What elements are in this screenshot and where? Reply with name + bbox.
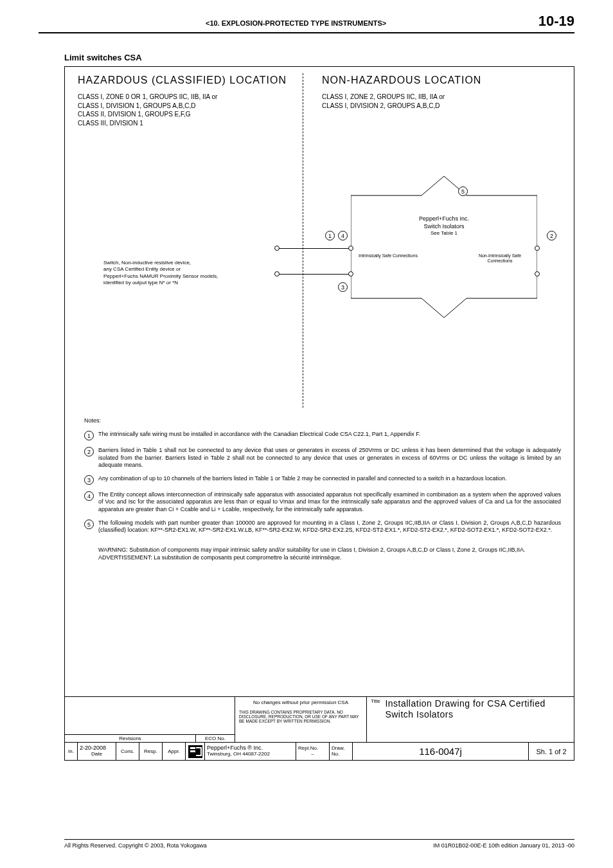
- revisions-label: Revisions: [65, 735, 196, 742]
- warning-block: WARNING: Substitution of components may …: [98, 547, 561, 561]
- in-label: In.: [67, 748, 75, 755]
- title-block: Revisions ECO No. No changes without pri…: [65, 696, 574, 760]
- terminal-icon: [274, 271, 280, 276]
- callout-4: 4: [338, 231, 348, 240]
- page-footer: All Rights Reserved. Copyright © 2003, R…: [64, 839, 574, 849]
- hazardous-column: HAZARDOUS (CLASSIFIED) LOCATION CLASS I,…: [78, 75, 296, 127]
- date-label: Date: [80, 751, 114, 757]
- note-5: 5 The following models with part number …: [84, 520, 561, 534]
- page-header: <10. EXPLOSION-PROTECTED TYPE INSTRUMENT…: [39, 13, 574, 33]
- title-block-row2: In. 2-20-2008 Date Cons. Resp. Appr.: [65, 742, 574, 760]
- eco-label: ECO No.: [196, 735, 235, 742]
- terminal-icon: [535, 271, 540, 276]
- section-title: Limit switches CSA: [39, 53, 574, 62]
- revisions-cell: Revisions ECO No.: [65, 697, 235, 742]
- wire: [277, 248, 349, 249]
- resp-label: Resp.: [141, 748, 160, 755]
- isolator-outline: [351, 176, 537, 318]
- hazardous-classes: CLASS I, ZONE 0 OR 1, GROUPS IIC, IIB, I…: [78, 93, 296, 127]
- footer-right: IM 01R01B02-00E-E 10th edition January 0…: [433, 842, 574, 849]
- callout-2: 2: [547, 231, 556, 240]
- note-1: 1 The intrinsically safe wiring must be …: [84, 431, 561, 440]
- draw-no-value: 116-0047j: [355, 746, 526, 757]
- company-addr: Twinsburg, OH 44087-2202: [207, 751, 294, 757]
- terminal-icon: [348, 246, 353, 251]
- note-3: 3 Any combination of up to 10 channels o…: [84, 475, 561, 485]
- nonhazardous-classes: CLASS I, ZONE 2, GROUPS IIC, IIB, IIA or…: [322, 93, 553, 110]
- isolator-text: Pepperl+Fuchs Inc. Switch Isolators See …: [351, 215, 537, 237]
- warning-text: WARNING: Substitution of components may …: [98, 547, 561, 554]
- pepperl-fuchs-logo-icon: [187, 744, 204, 759]
- logo-cell: [186, 743, 205, 760]
- nonhazardous-column: NON-HAZARDOUS LOCATION CLASS I, ZONE 2, …: [322, 75, 553, 110]
- advert-text: ADVERTISSEMENT: La substitution de compo…: [98, 554, 561, 561]
- callout-3: 3: [338, 282, 348, 292]
- repl-label: Repl.No.: [298, 746, 327, 751]
- terminal-icon: [348, 271, 353, 276]
- section-label: <10. EXPLOSION-PROTECTED TYPE INSTRUMENT…: [206, 19, 386, 27]
- hazardous-title: HAZARDOUS (CLASSIFIED) LOCATION: [78, 75, 296, 86]
- isolator-box: Pepperl+Fuchs Inc. Switch Isolators See …: [351, 176, 537, 318]
- date-value: 2-20-2008: [80, 745, 114, 751]
- footer-left: All Rights Reserved. Copyright © 2003, R…: [64, 842, 207, 849]
- company-name: Pepperl+Fuchs ® Inc.: [207, 745, 294, 751]
- draw-no-label: Draw. No.: [332, 746, 350, 757]
- title-value: Installation Drawing for CSA Certified S…: [385, 698, 570, 741]
- diagram-area: HAZARDOUS (CLASSIFIED) LOCATION CLASS I,…: [65, 67, 574, 414]
- terminal-icon: [535, 246, 540, 251]
- notes-title: Notes:: [84, 417, 561, 424]
- sheet-value: Sh. 1 of 2: [531, 748, 572, 755]
- drawing-frame: HAZARDOUS (CLASSIFIED) LOCATION CLASS I,…: [64, 66, 574, 761]
- svg-rect-2: [190, 747, 195, 749]
- note-2: 2 Barriers listed in Table 1 shall not b…: [84, 447, 561, 469]
- svg-marker-0: [351, 176, 537, 318]
- connection-labels: Intrinsically Safe Connections Non-Intri…: [351, 253, 537, 264]
- cons-label: Cons.: [118, 748, 137, 755]
- nis-connections-label: Non-Intrinsically Safe Connections: [468, 253, 532, 264]
- title-label: Title: [371, 698, 385, 741]
- no-changes-text: No changes without prior permission CSA: [239, 700, 362, 706]
- terminal-icon: [274, 246, 280, 251]
- is-connections-label: Intrinsically Safe Connections: [356, 253, 420, 264]
- switch-description: Switch, Non-inductive resistive device, …: [103, 260, 271, 287]
- permission-cell: No changes without prior permission CSA …: [235, 697, 367, 742]
- drawing-title-cell: Title Installation Drawing for CSA Certi…: [367, 697, 574, 742]
- appr-label: Appr.: [164, 748, 183, 755]
- boundary-line: [303, 73, 303, 408]
- repl-value: –: [298, 751, 327, 757]
- notes-section: Notes: 1 The intrinsically safe wiring m…: [84, 417, 561, 561]
- callout-5: 5: [458, 186, 468, 196]
- nonhazardous-title: NON-HAZARDOUS LOCATION: [322, 75, 553, 86]
- svg-rect-3: [190, 750, 195, 752]
- callout-1: 1: [325, 231, 335, 240]
- proprietary-text: THIS DRAWING CONTAINS PROPRIETARY DATA. …: [239, 710, 362, 723]
- wire: [277, 274, 349, 275]
- note-4: 4 The Entity concept allows interconnect…: [84, 491, 561, 513]
- page-number: 10-19: [538, 13, 574, 30]
